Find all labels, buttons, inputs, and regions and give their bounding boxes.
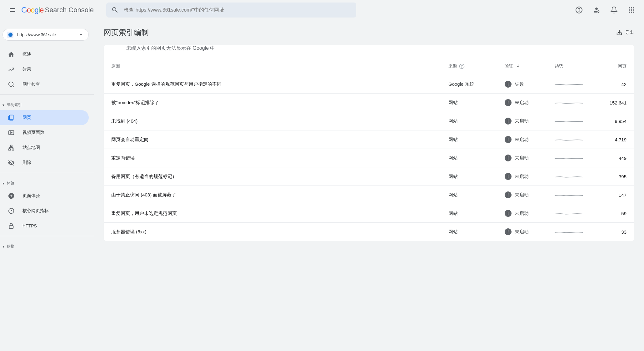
status-label: 未启动 bbox=[515, 192, 529, 198]
sidebar-item-url-inspection[interactable]: 网址检查 bbox=[0, 77, 89, 92]
sidebar-item-label: HTTPS bbox=[22, 223, 37, 228]
sparkline-icon bbox=[555, 210, 583, 216]
alert-icon: ! bbox=[505, 191, 512, 198]
row-pages: 395 bbox=[598, 174, 627, 179]
column-source[interactable]: 来源 bbox=[448, 64, 505, 69]
sidebar-item-removals[interactable]: 删除 bbox=[0, 155, 89, 170]
status-label: 未启动 bbox=[515, 211, 529, 216]
export-button[interactable]: 导出 bbox=[616, 29, 634, 36]
svg-point-3 bbox=[631, 7, 632, 8]
notifications-button[interactable] bbox=[607, 3, 622, 18]
table-row[interactable]: 重复网页，用户未选定规范网页网站!未启动59 bbox=[104, 204, 634, 223]
section-label: 购物 bbox=[7, 244, 14, 249]
pages-icon bbox=[7, 114, 15, 121]
svg-point-2 bbox=[629, 7, 630, 8]
alert-icon: ! bbox=[505, 118, 512, 125]
sidebar-item-label: 视频页面数 bbox=[22, 130, 44, 135]
status-label: 未启动 bbox=[515, 229, 529, 235]
row-trend bbox=[555, 210, 598, 216]
svg-point-1 bbox=[579, 12, 579, 12]
row-trend bbox=[555, 118, 598, 124]
main-content: 网页索引编制 导出 未编入索引的网页无法显示在 Google 中 原因 来源 验… bbox=[94, 20, 644, 351]
help-icon bbox=[459, 64, 465, 69]
table-row[interactable]: 重定向错误网站!未启动449 bbox=[104, 149, 634, 167]
sidebar-item-core-web-vitals[interactable]: 核心网页指标 bbox=[0, 203, 89, 218]
sidebar-item-label: 概述 bbox=[22, 52, 31, 57]
help-button[interactable] bbox=[572, 3, 587, 18]
sidebar-item-performance[interactable]: 效果 bbox=[0, 62, 89, 77]
home-icon bbox=[7, 51, 15, 58]
row-reason: 服务器错误 (5xx) bbox=[111, 229, 448, 235]
column-validate[interactable]: 验证 bbox=[505, 64, 555, 69]
row-pages: 4,719 bbox=[598, 137, 627, 142]
user-settings-button[interactable] bbox=[589, 3, 604, 18]
table-row[interactable]: 由于禁止访问 (403) 而被屏蔽了网站!未启动147 bbox=[104, 186, 634, 204]
product-logo[interactable]: Google Search Console bbox=[21, 6, 94, 14]
product-name: Search Console bbox=[45, 6, 94, 14]
sidebar-item-https[interactable]: HTTPS bbox=[0, 218, 89, 233]
row-pages: 449 bbox=[598, 155, 627, 161]
row-trend bbox=[555, 81, 598, 87]
svg-point-23 bbox=[462, 67, 462, 68]
row-reason: 重复网页，Google 选择的规范网页与用户指定的不同 bbox=[111, 81, 448, 87]
table-row[interactable]: 重复网页，Google 选择的规范网页与用户指定的不同Google 系统!失败4… bbox=[104, 75, 634, 94]
sparkline-icon bbox=[555, 99, 583, 106]
sidebar-item-label: 网址检查 bbox=[22, 82, 40, 87]
table-row[interactable]: 未找到 (404)网站!未启动9,954 bbox=[104, 112, 634, 130]
chevron-down-icon: ▾ bbox=[2, 103, 4, 107]
apps-button[interactable] bbox=[624, 3, 639, 18]
svg-point-4 bbox=[633, 7, 634, 8]
table-row[interactable]: 被"noindex"标记排除了网站!未启动152,641 bbox=[104, 94, 634, 112]
row-pages: 9,954 bbox=[598, 119, 627, 124]
svg-point-8 bbox=[629, 12, 630, 13]
row-pages: 147 bbox=[598, 192, 627, 198]
sidebar-item-label: 站点地图 bbox=[22, 145, 40, 150]
status-label: 未启动 bbox=[515, 155, 529, 161]
row-validate: !未启动 bbox=[505, 99, 555, 106]
sparkline-icon bbox=[555, 173, 583, 180]
alert-icon: ! bbox=[505, 81, 512, 88]
sidebar-item-video-pages[interactable]: 视频页面数 bbox=[0, 125, 89, 140]
svg-point-9 bbox=[631, 12, 632, 13]
speed-icon bbox=[7, 207, 15, 214]
table-row[interactable]: 服务器错误 (5xx)网站!未启动33 bbox=[104, 223, 634, 241]
table-row[interactable]: 网页会自动重定向网站!未启动4,719 bbox=[104, 130, 634, 149]
row-reason: 备用网页（有适当的规范标记） bbox=[111, 174, 448, 180]
table-row[interactable]: 备用网页（有适当的规范标记）网站!未启动395 bbox=[104, 167, 634, 186]
row-reason: 重复网页，用户未选定规范网页 bbox=[111, 211, 448, 216]
sidebar-section-indexing[interactable]: ▾ 编制索引 bbox=[0, 97, 94, 110]
url-inspection-search[interactable] bbox=[106, 3, 356, 18]
sidebar-section-shopping[interactable]: ▾ 购物 bbox=[0, 239, 94, 252]
section-label: 编制索引 bbox=[7, 102, 22, 108]
column-reason[interactable]: 原因 bbox=[111, 64, 448, 69]
hamburger-menu-button[interactable] bbox=[5, 3, 20, 18]
export-label: 导出 bbox=[625, 30, 634, 35]
sparkline-icon bbox=[555, 192, 583, 198]
sidebar-item-pages[interactable]: 网页 bbox=[0, 110, 89, 125]
sidebar-item-overview[interactable]: 概述 bbox=[0, 47, 89, 62]
row-pages: 59 bbox=[598, 211, 627, 216]
column-pages[interactable]: 网页 bbox=[598, 64, 627, 69]
arrow-down-icon bbox=[515, 64, 521, 69]
row-reason: 重定向错误 bbox=[111, 155, 448, 161]
sidebar-item-page-experience[interactable]: 页面体验 bbox=[0, 188, 89, 203]
alert-icon: ! bbox=[505, 228, 512, 235]
svg-rect-13 bbox=[10, 115, 13, 120]
svg-point-5 bbox=[629, 9, 630, 11]
sparkline-icon bbox=[555, 229, 583, 235]
row-trend bbox=[555, 136, 598, 143]
row-validate: !未启动 bbox=[505, 210, 555, 217]
row-validate: !未启动 bbox=[505, 136, 555, 143]
alert-icon: ! bbox=[505, 136, 512, 143]
column-trend[interactable]: 趋势 bbox=[555, 64, 598, 69]
hamburger-icon bbox=[9, 6, 16, 14]
chevron-down-icon: ▾ bbox=[2, 181, 4, 186]
row-source: 网站 bbox=[448, 192, 505, 198]
row-source: 网站 bbox=[448, 211, 505, 216]
row-validate: !未启动 bbox=[505, 173, 555, 180]
sidebar-section-experience[interactable]: ▾ 体验 bbox=[0, 175, 94, 188]
search-input[interactable] bbox=[124, 7, 351, 13]
sidebar-item-sitemaps[interactable]: 站点地图 bbox=[0, 140, 89, 155]
row-source: 网站 bbox=[448, 155, 505, 161]
property-selector[interactable]: 🔵 https://www.361sale.... bbox=[2, 29, 89, 41]
